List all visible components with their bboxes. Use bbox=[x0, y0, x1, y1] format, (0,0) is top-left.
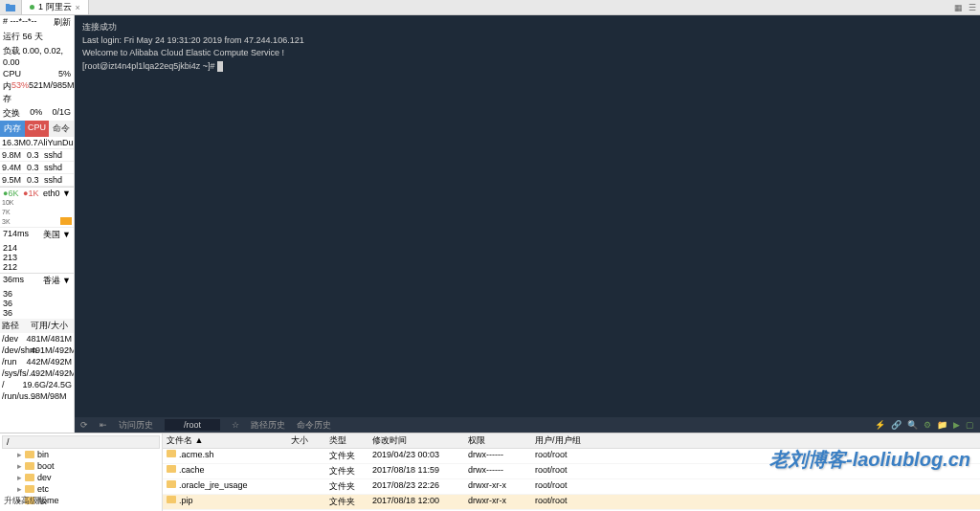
ping-location[interactable]: 美国 ▼ bbox=[43, 229, 71, 241]
process-row[interactable]: 9.4M0.3sshd bbox=[0, 162, 74, 174]
swap-pct: 0% bbox=[30, 107, 42, 120]
route-history[interactable]: 路径历史 bbox=[251, 419, 285, 432]
tree-item[interactable]: ▸bin bbox=[2, 449, 160, 460]
file-row[interactable]: .pip文件夹2017/08/18 12:00drwxr-xr-xroot/ro… bbox=[163, 495, 980, 510]
ping2-location[interactable]: 香港 ▼ bbox=[43, 275, 71, 287]
link-icon[interactable]: 🔗 bbox=[891, 420, 902, 430]
history-label[interactable]: 访问历史 bbox=[119, 419, 153, 432]
tree-item[interactable]: ▸dev bbox=[2, 472, 160, 483]
tab-label: 1 阿里云 bbox=[38, 1, 72, 13]
net-chart: 10K 7K 3K bbox=[0, 199, 74, 228]
uptime-label: 运行 56 天 bbox=[3, 31, 43, 43]
process-row[interactable]: 9.5M0.3sshd bbox=[0, 174, 74, 187]
sidebar-header: # ---*--*-- 刷新 bbox=[0, 15, 74, 30]
term-prompt: [root@izt4n4pl1lqa22eq5jkbi4z ~]# bbox=[82, 60, 972, 74]
path-input[interactable]: /root bbox=[165, 419, 220, 431]
upgrade-link[interactable]: 升级高级版 bbox=[4, 495, 47, 507]
col-name[interactable]: 文件名 ▲ bbox=[163, 433, 287, 448]
disk-row: /run/us...98M/98M bbox=[0, 390, 74, 402]
list-icon[interactable]: ☰ bbox=[969, 3, 976, 12]
term-line: Last login: Fri May 24 19:31:20 2019 fro… bbox=[82, 34, 972, 48]
disk-row: /run442M/492M bbox=[0, 356, 74, 367]
mem-value: 521M/985M bbox=[29, 80, 75, 105]
host-label: # ---*--*-- bbox=[3, 16, 37, 29]
tab-mem[interactable]: 内存 bbox=[0, 121, 25, 137]
tab-cmd[interactable]: 命令 bbox=[49, 121, 74, 137]
disk-row: /sys/fs/...492M/492M bbox=[0, 367, 74, 379]
ping2-vals: 36 36 36 bbox=[0, 288, 74, 319]
disk-header: 路径可用/大小 bbox=[0, 319, 74, 333]
back-icon[interactable]: ⇤ bbox=[100, 420, 107, 430]
net-interface[interactable]: eth0 ▼ bbox=[43, 189, 71, 198]
net-up: ●6K bbox=[3, 189, 18, 198]
term-line: Welcome to Alibaba Cloud Elastic Compute… bbox=[82, 47, 972, 60]
terminal[interactable]: 连接成功 Last login: Fri May 24 19:31:20 201… bbox=[75, 15, 980, 417]
ping-vals: 214 213 212 bbox=[0, 242, 74, 273]
term-line: 连接成功 bbox=[82, 21, 972, 34]
mem-pct: 53% bbox=[11, 80, 29, 105]
sidebar: # ---*--*-- 刷新 运行 56 天 负载 0.00, 0.02, 0.… bbox=[0, 15, 75, 433]
disk-row: /dev481M/481M bbox=[0, 333, 74, 344]
terminal-panel: 连接成功 Last login: Fri May 24 19:31:20 201… bbox=[75, 15, 980, 433]
session-tab[interactable]: 1 阿里云 × bbox=[21, 0, 89, 15]
status-dot-icon bbox=[30, 5, 34, 10]
status-tools: ⚡ 🔗 🔍 ⚙ 📁 ▶ ▢ bbox=[875, 420, 974, 430]
gear-icon[interactable]: ⚙ bbox=[924, 420, 931, 430]
process-row[interactable]: 9.8M0.3sshd bbox=[0, 149, 74, 162]
cpu-value: 5% bbox=[58, 69, 71, 78]
refresh-button[interactable]: 刷新 bbox=[54, 16, 71, 29]
swap-value: 0/1G bbox=[52, 107, 71, 120]
tab-cpu[interactable]: CPU bbox=[25, 121, 50, 137]
watermark: 老刘博客-laoliublog.cn bbox=[769, 447, 970, 473]
disk-list: /dev481M/481M/dev/shm491M/492M/run442M/4… bbox=[0, 333, 74, 402]
bookmark-icon[interactable]: ☆ bbox=[232, 420, 239, 430]
cursor-icon bbox=[217, 61, 223, 72]
play-icon[interactable]: ▶ bbox=[953, 420, 960, 430]
col-date[interactable]: 修改时间 bbox=[368, 433, 464, 448]
col-owner[interactable]: 用户/用户组 bbox=[531, 433, 598, 448]
col-type[interactable]: 类型 bbox=[325, 433, 368, 448]
tree-item[interactable]: ▸boot bbox=[2, 460, 160, 472]
status-bar: ⟳ ⇤ 访问历史 /root ☆ 路径历史 命令历史 ⚡ 🔗 🔍 ⚙ 📁 ▶ ▢ bbox=[75, 417, 980, 433]
net-down: ●1K bbox=[23, 189, 38, 198]
close-icon[interactable]: × bbox=[76, 3, 80, 12]
mem-label: 内存 bbox=[3, 80, 11, 105]
swap-label: 交换 bbox=[3, 107, 20, 120]
spark-icon bbox=[60, 206, 72, 225]
ping-label: 714ms bbox=[3, 229, 29, 241]
disk-row: /dev/shm491M/492M bbox=[0, 344, 74, 356]
load-label: 负载 0.00, 0.02, 0.00 bbox=[3, 45, 71, 67]
folder-icon[interactable] bbox=[4, 2, 17, 13]
cmd-history[interactable]: 命令历史 bbox=[297, 419, 331, 432]
folder-icon[interactable]: 📁 bbox=[937, 420, 947, 430]
process-list: 16.3M0.7AliYunDu9.8M0.3sshd9.4M0.3sshd9.… bbox=[0, 137, 74, 187]
cpu-label: CPU bbox=[3, 69, 21, 78]
refresh-icon[interactable]: ⟳ bbox=[80, 420, 88, 430]
tree-item[interactable]: ▸etc bbox=[2, 483, 160, 495]
bolt-icon[interactable]: ⚡ bbox=[875, 420, 885, 430]
tree-root[interactable]: / bbox=[2, 435, 160, 449]
disk-row: /19.6G/24.5G bbox=[0, 379, 74, 390]
process-tabs: 内存 CPU 命令 bbox=[0, 121, 74, 137]
file-row[interactable]: .oracle_jre_usage文件夹2017/08/23 22:26drwx… bbox=[163, 479, 980, 495]
toolbar-right: ▦ ☰ bbox=[954, 3, 976, 12]
ping2-label: 36ms bbox=[3, 275, 24, 287]
col-perm[interactable]: 权限 bbox=[464, 433, 531, 448]
col-size[interactable]: 大小 bbox=[287, 433, 325, 448]
search-icon[interactable]: 🔍 bbox=[907, 420, 918, 430]
grid-icon[interactable]: ▦ bbox=[954, 3, 963, 12]
process-row[interactable]: 16.3M0.7AliYunDu bbox=[0, 137, 74, 149]
top-bar: 1 阿里云 × ▦ ☰ bbox=[0, 0, 980, 15]
square-icon[interactable]: ▢ bbox=[966, 420, 974, 430]
